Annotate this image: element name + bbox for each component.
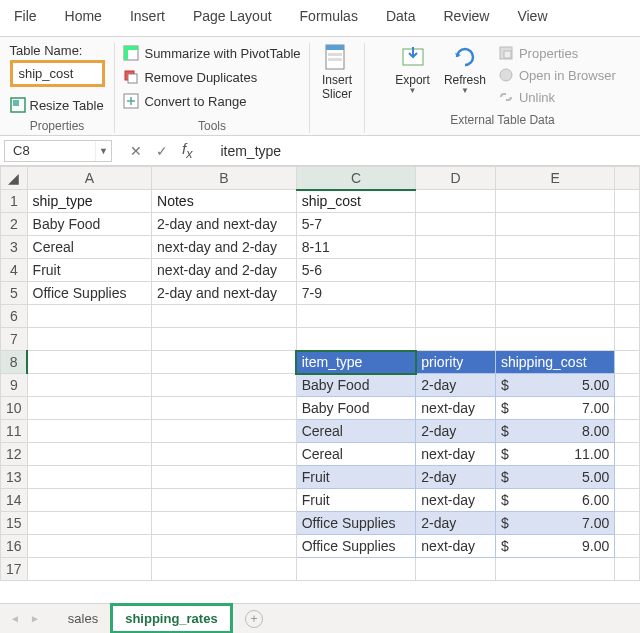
row-header[interactable]: 15: [1, 512, 28, 535]
cell[interactable]: Fruit: [296, 466, 416, 489]
cell[interactable]: [27, 351, 151, 374]
cell[interactable]: ship_cost: [296, 190, 416, 213]
confirm-formula-icon[interactable]: ✓: [156, 143, 168, 159]
row-header[interactable]: 10: [1, 397, 28, 420]
cell[interactable]: [615, 236, 640, 259]
remove-duplicates-button[interactable]: Remove Duplicates: [123, 67, 300, 87]
cell[interactable]: [152, 328, 297, 351]
ribbon-tab-page-layout[interactable]: Page Layout: [179, 4, 286, 28]
cell[interactable]: [152, 489, 297, 512]
cell[interactable]: [615, 190, 640, 213]
refresh-button[interactable]: Refresh ▼: [438, 43, 492, 95]
name-box-dropdown[interactable]: ▼: [95, 141, 111, 161]
row-header[interactable]: 13: [1, 466, 28, 489]
cell[interactable]: [615, 213, 640, 236]
cell[interactable]: [296, 558, 416, 581]
cell[interactable]: [615, 420, 640, 443]
cell[interactable]: 2-day: [416, 374, 496, 397]
cell[interactable]: [615, 443, 640, 466]
cell[interactable]: 2-day and next-day: [152, 282, 297, 305]
cell[interactable]: [27, 535, 151, 558]
cell[interactable]: Baby Food: [27, 213, 151, 236]
cell[interactable]: shipping_cost: [495, 351, 614, 374]
cell[interactable]: Office Supplies: [296, 512, 416, 535]
cell[interactable]: [615, 328, 640, 351]
cell[interactable]: [615, 558, 640, 581]
cell[interactable]: 2-day: [416, 466, 496, 489]
cell[interactable]: 5-7: [296, 213, 416, 236]
cell[interactable]: [27, 489, 151, 512]
cell[interactable]: [27, 466, 151, 489]
ribbon-tab-file[interactable]: File: [8, 4, 51, 28]
cell[interactable]: Cereal: [296, 420, 416, 443]
cell[interactable]: [416, 558, 496, 581]
formula-input[interactable]: item_type: [206, 143, 640, 159]
row-header[interactable]: 7: [1, 328, 28, 351]
cell[interactable]: [416, 328, 496, 351]
cell[interactable]: [296, 328, 416, 351]
cell[interactable]: next-day: [416, 535, 496, 558]
cell[interactable]: [152, 397, 297, 420]
cell[interactable]: [416, 236, 496, 259]
cell[interactable]: $5.00: [495, 466, 614, 489]
cell[interactable]: Cereal: [27, 236, 151, 259]
cell[interactable]: [615, 512, 640, 535]
add-sheet-button[interactable]: ＋: [245, 610, 263, 628]
row-header[interactable]: 6: [1, 305, 28, 328]
cell[interactable]: Fruit: [27, 259, 151, 282]
cell[interactable]: 8-11: [296, 236, 416, 259]
select-all-corner[interactable]: ◢: [1, 167, 28, 190]
cell[interactable]: [27, 420, 151, 443]
cell[interactable]: [615, 351, 640, 374]
prev-sheet-icon[interactable]: ◄: [10, 613, 20, 624]
cell[interactable]: [152, 558, 297, 581]
resize-table-button[interactable]: Resize Table: [10, 97, 105, 113]
table-name-input[interactable]: [10, 60, 105, 87]
cell[interactable]: [495, 305, 614, 328]
cell[interactable]: [495, 190, 614, 213]
cell[interactable]: next-day: [416, 489, 496, 512]
sheet-tab-shipping-rates[interactable]: shipping_rates: [110, 603, 232, 633]
cell[interactable]: Cereal: [296, 443, 416, 466]
cell[interactable]: [615, 489, 640, 512]
cell[interactable]: [416, 282, 496, 305]
cell[interactable]: [495, 213, 614, 236]
cell[interactable]: ship_type: [27, 190, 151, 213]
cell[interactable]: 2-day: [416, 420, 496, 443]
cell[interactable]: Office Supplies: [296, 535, 416, 558]
cell[interactable]: [27, 443, 151, 466]
cell[interactable]: [27, 558, 151, 581]
cell[interactable]: [416, 213, 496, 236]
cell[interactable]: [27, 397, 151, 420]
cell[interactable]: 5-6: [296, 259, 416, 282]
cell[interactable]: $11.00: [495, 443, 614, 466]
fx-icon[interactable]: fx: [182, 140, 192, 161]
cell[interactable]: $8.00: [495, 420, 614, 443]
insert-slicer-button[interactable]: Insert Slicer: [316, 43, 358, 101]
convert-range-button[interactable]: Convert to Range: [123, 91, 300, 111]
row-header[interactable]: 16: [1, 535, 28, 558]
summarize-pivot-button[interactable]: Summarize with PivotTable: [123, 43, 300, 63]
cell[interactable]: [495, 236, 614, 259]
ribbon-tab-view[interactable]: View: [503, 4, 561, 28]
cell[interactable]: 2-day and next-day: [152, 213, 297, 236]
cell-selected[interactable]: item_type: [296, 351, 416, 374]
cell[interactable]: [615, 259, 640, 282]
row-header[interactable]: 2: [1, 213, 28, 236]
cell[interactable]: Baby Food: [296, 374, 416, 397]
cell[interactable]: [495, 282, 614, 305]
cell[interactable]: [27, 305, 151, 328]
row-header[interactable]: 1: [1, 190, 28, 213]
cell[interactable]: Baby Food: [296, 397, 416, 420]
sheet-tab-sales[interactable]: sales: [56, 606, 110, 631]
cell[interactable]: Office Supplies: [27, 282, 151, 305]
cell[interactable]: [416, 259, 496, 282]
col-header-next[interactable]: [615, 167, 640, 190]
cell[interactable]: $5.00: [495, 374, 614, 397]
cell[interactable]: Fruit: [296, 489, 416, 512]
ribbon-tab-formulas[interactable]: Formulas: [286, 4, 372, 28]
next-sheet-icon[interactable]: ►: [30, 613, 40, 624]
row-header[interactable]: 14: [1, 489, 28, 512]
cell[interactable]: [615, 305, 640, 328]
cell[interactable]: next-day and 2-day: [152, 259, 297, 282]
